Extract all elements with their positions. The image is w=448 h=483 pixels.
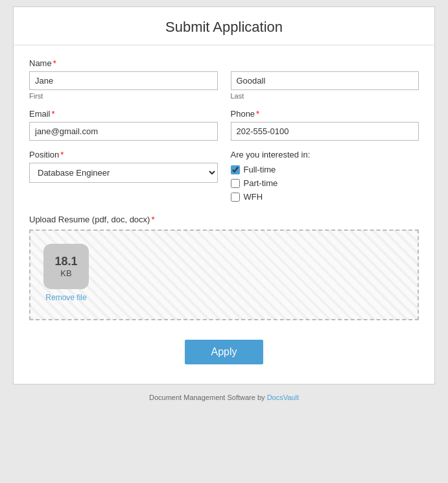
fulltime-checkbox[interactable] [231, 165, 240, 174]
docsvault-link[interactable]: DocsVault [267, 394, 299, 401]
first-name-input[interactable] [29, 71, 218, 90]
first-name-group: Name* First [29, 58, 218, 100]
interest-label: Are you interested in: [231, 150, 419, 159]
email-phone-row: Email* Phone* [29, 109, 419, 141]
form-body: Name* First Last Email* [14, 58, 434, 371]
position-required-star: * [60, 150, 64, 159]
file-size-large: 18.1 [54, 255, 77, 269]
phone-input[interactable] [231, 122, 419, 141]
parttime-label: Part-time [244, 178, 278, 188]
email-label: Email* [29, 109, 218, 119]
remove-file-link[interactable]: Remove file [45, 293, 86, 302]
wfh-label: WFH [244, 192, 263, 202]
wfh-checkbox[interactable] [231, 193, 240, 202]
form-card: Submit Application Name* First Last [13, 6, 435, 384]
wfh-option: WFH [231, 192, 419, 202]
upload-label: Upload Resume (pdf, doc, docx)* [29, 215, 419, 224]
name-row: Name* First Last [29, 58, 419, 100]
phone-group: Phone* [231, 109, 419, 141]
apply-button[interactable]: Apply [185, 340, 263, 364]
position-interest-row: Position* Database Engineer Software Eng… [29, 150, 419, 206]
first-name-sublabel: First [29, 92, 218, 100]
page-footer: Document Management Software by DocsVaul… [149, 394, 299, 401]
file-size-unit: KB [60, 268, 71, 278]
last-name-spacer-label [231, 58, 419, 68]
fulltime-option: Full-time [231, 165, 419, 174]
form-header: Submit Application [14, 7, 434, 45]
form-footer: Apply [29, 333, 419, 371]
page-wrapper: Submit Application Name* First Last [0, 0, 448, 483]
last-name-input[interactable] [231, 71, 419, 90]
file-icon-wrapper: 18.1 KB Remove file [43, 244, 89, 302]
email-input[interactable] [29, 122, 218, 141]
parttime-checkbox[interactable] [231, 179, 240, 188]
upload-area[interactable]: 18.1 KB Remove file [29, 230, 419, 320]
name-label: Name* [29, 58, 218, 68]
position-label: Position* [29, 150, 218, 159]
last-name-group: Last [231, 58, 419, 100]
upload-section: Upload Resume (pdf, doc, docx)* 18.1 KB … [29, 215, 419, 320]
file-icon: 18.1 KB [43, 244, 89, 289]
name-required-star: * [53, 58, 56, 68]
upload-required-star: * [151, 215, 154, 224]
position-select[interactable]: Database Engineer Software Engineer Data… [29, 163, 218, 183]
fulltime-label: Full-time [244, 165, 276, 174]
phone-required-star: * [256, 109, 259, 119]
page-title: Submit Application [14, 19, 434, 36]
email-group: Email* [29, 109, 218, 141]
parttime-option: Part-time [231, 178, 419, 188]
interest-group: Are you interested in: Full-time Part-ti… [231, 150, 419, 206]
phone-label: Phone* [231, 109, 419, 119]
email-required-star: * [52, 109, 55, 119]
last-name-sublabel: Last [231, 92, 419, 100]
position-group: Position* Database Engineer Software Eng… [29, 150, 218, 206]
